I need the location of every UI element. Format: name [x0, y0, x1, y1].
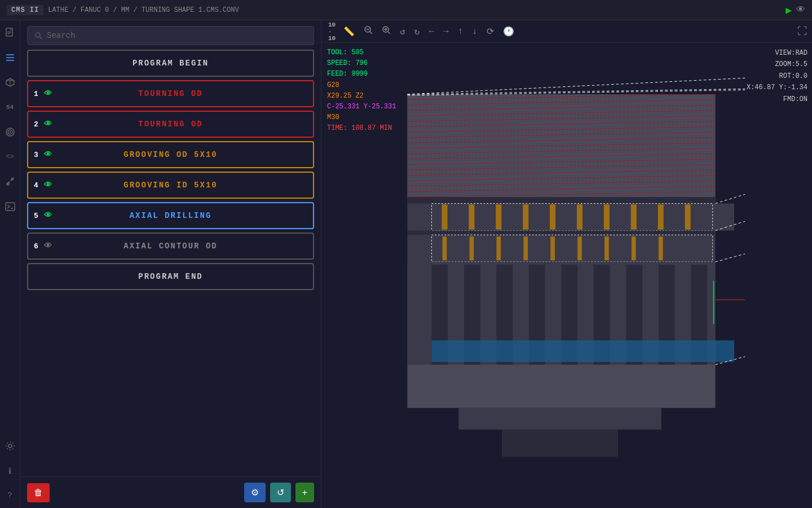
program-begin-button[interactable]: PROGRAM BEGIN	[27, 50, 314, 77]
file-icon[interactable]	[2, 25, 18, 41]
operations-list: PROGRAM BEGIN 1 👁 TOURNING OD 2 👁 TOURNI…	[20, 50, 321, 476]
expand-icon[interactable]: ⛶	[797, 25, 807, 37]
right-panel: 10·10 📏 ↺ ↻ ← → ↑ ↓ ⟳ 🕐 ⛶	[321, 20, 812, 508]
settings-button[interactable]: ⚙	[244, 483, 266, 502]
op6-number: 6	[34, 242, 39, 251]
zoom-in-icon[interactable]	[378, 23, 394, 40]
grid-label: 10·10	[326, 20, 338, 43]
tools-icon[interactable]	[2, 174, 18, 190]
turning-od-2-button[interactable]: 2 👁 TOURNING OD	[27, 111, 314, 138]
svg-rect-61	[686, 205, 690, 229]
svg-rect-63	[407, 230, 715, 235]
settings-bottom-icon[interactable]	[2, 438, 18, 454]
svg-line-21	[370, 32, 372, 34]
ruler-icon[interactable]: 📏	[340, 24, 358, 40]
svg-rect-59	[632, 205, 636, 229]
action-buttons: ⚙ ↺ +	[244, 483, 314, 502]
svg-point-17	[8, 444, 12, 448]
program-begin-label: PROGRAM BEGIN	[133, 59, 209, 68]
op2-eye-icon[interactable]: 👁	[44, 120, 53, 129]
search-placeholder: Search	[47, 31, 75, 40]
sidebar-icons: 54 <> ℹ ?	[0, 20, 20, 508]
op5-eye-icon[interactable]: 👁	[44, 211, 53, 220]
svg-rect-87	[458, 408, 661, 430]
axial-contour-button[interactable]: 6 👁 AXIAL CONTOUR OD	[27, 233, 314, 260]
add-button[interactable]: +	[295, 483, 314, 502]
turning-od-1-label: TOURNING OD	[138, 89, 202, 98]
svg-rect-71	[604, 237, 609, 260]
svg-rect-57	[577, 205, 582, 229]
topbar: CMS II LATHE / FANUC 0 / MM / TURNING SH…	[0, 0, 812, 20]
arrow-right-icon[interactable]: →	[440, 24, 452, 39]
op4-number: 4	[34, 181, 39, 190]
grooving-id-label: GROOVING ID 5X10	[123, 181, 217, 190]
arrow-up-icon[interactable]: ↑	[454, 24, 467, 39]
svg-rect-56	[550, 205, 555, 229]
grooving-od-label: GROOVING OD 5X10	[123, 150, 217, 159]
op3-number: 3	[34, 151, 39, 159]
svg-point-12	[9, 132, 11, 133]
svg-rect-50	[407, 197, 715, 203]
number-icon[interactable]: 54	[2, 99, 18, 115]
arrow-down-icon[interactable]: ↓	[469, 24, 481, 39]
svg-rect-58	[604, 205, 609, 229]
reset-view-icon[interactable]: ⟳	[483, 24, 497, 40]
svg-rect-65	[443, 237, 447, 260]
terminal-icon[interactable]	[2, 199, 18, 214]
svg-rect-69	[550, 237, 555, 260]
turning-od-2-label: TOURNING OD	[138, 120, 202, 129]
rotate-cw-icon[interactable]: ↻	[411, 24, 423, 40]
axial-drilling-button[interactable]: 5 👁 AXIAL DRILLING	[27, 202, 314, 229]
program-end-label: PROGRAM END	[138, 272, 202, 281]
svg-point-18	[36, 33, 40, 37]
arrow-left-icon[interactable]: ←	[425, 24, 438, 39]
svg-rect-52	[443, 205, 447, 229]
axial-drilling-label: AXIAL DRILLING	[130, 211, 212, 220]
rotate-ccw-icon[interactable]: ↺	[396, 24, 409, 40]
svg-rect-85	[431, 340, 734, 362]
cms-label: CMS II	[7, 5, 43, 15]
refresh-button[interactable]: ↺	[270, 483, 291, 502]
target-icon[interactable]	[2, 124, 18, 140]
svg-rect-30	[407, 94, 715, 203]
cnc-visualization	[321, 43, 812, 508]
svg-rect-68	[523, 237, 528, 260]
code-icon[interactable]: <>	[2, 149, 18, 165]
list-icon[interactable]	[2, 50, 18, 65]
delete-button[interactable]: 🗑	[27, 483, 50, 502]
program-end-button[interactable]: PROGRAM END	[27, 263, 314, 290]
svg-rect-53	[470, 205, 474, 229]
op5-number: 5	[34, 212, 39, 220]
svg-line-24	[388, 32, 390, 34]
viewport-canvas[interactable]: TOOL: 505 SPEED: 796 FEED: 9999 G28 X29.…	[321, 43, 812, 508]
op1-number: 1	[34, 90, 39, 98]
svg-rect-73	[659, 237, 663, 260]
grooving-od-button[interactable]: 3 👁 GROOVING OD 5X10	[27, 141, 314, 168]
turning-od-1-button[interactable]: 1 👁 TOURNING OD	[27, 80, 314, 107]
op1-eye-icon[interactable]: 👁	[44, 89, 53, 98]
help-icon[interactable]: ?	[2, 488, 18, 503]
zoom-out-icon[interactable]	[360, 23, 376, 40]
svg-rect-54	[496, 205, 501, 229]
cube-icon[interactable]	[2, 75, 18, 90]
search-bar[interactable]: Search	[27, 26, 314, 45]
view-toggle-icon[interactable]: 👁	[796, 5, 805, 15]
grooving-id-button[interactable]: 4 👁 GROOVING ID 5X10	[27, 172, 314, 199]
breadcrumb: LATHE / FANUC 0 / MM / TURNING SHAPE 1.C…	[48, 6, 239, 14]
svg-line-19	[40, 37, 42, 40]
bottom-toolbar: 🗑 ⚙ ↺ +	[20, 476, 321, 508]
svg-rect-67	[496, 237, 501, 260]
op6-eye-icon[interactable]: 👁	[44, 242, 53, 251]
svg-rect-0	[6, 28, 12, 36]
run-icon[interactable]: ▶	[785, 4, 792, 16]
info-icon[interactable]: ℹ	[2, 463, 18, 479]
op3-eye-icon[interactable]: 👁	[44, 150, 53, 159]
axial-contour-label: AXIAL CONTOUR OD	[123, 242, 217, 251]
clock-icon[interactable]: 🕐	[500, 24, 518, 40]
op4-eye-icon[interactable]: 👁	[44, 181, 53, 190]
svg-rect-66	[470, 237, 474, 260]
svg-rect-86	[407, 365, 715, 408]
svg-rect-72	[632, 237, 636, 260]
op2-number: 2	[34, 120, 39, 129]
viewport-toolbar: 10·10 📏 ↺ ↻ ← → ↑ ↓ ⟳ 🕐 ⛶	[321, 20, 812, 43]
